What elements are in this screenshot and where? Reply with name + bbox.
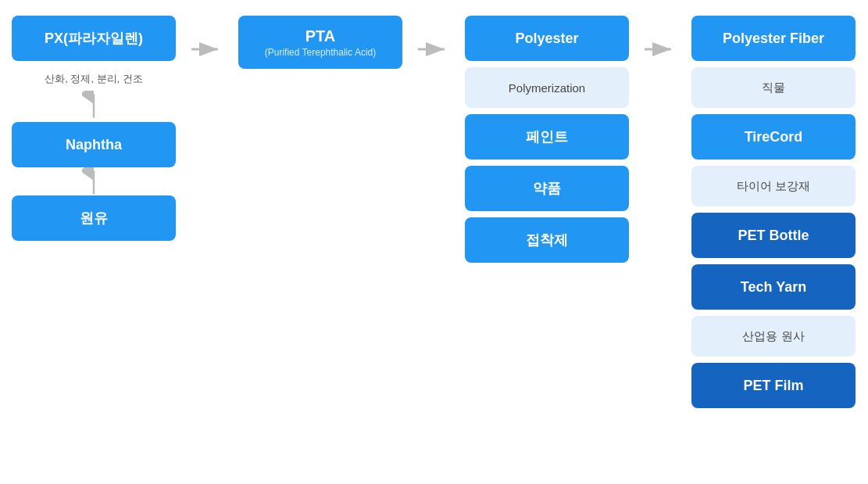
adhesive-label: 접착제 (526, 231, 568, 249)
polymerization-label: Polymerization (509, 81, 585, 95)
column-3: Polyester Polymerization 페인트 약품 접착제 (461, 16, 633, 263)
tirecord-label: TireCord (745, 129, 803, 145)
up-arrow-2 (82, 167, 105, 195)
pta-sub-label: (Purified Terephthalic Acid) (265, 47, 377, 58)
arrow-col2-col3 (406, 16, 461, 72)
tire-reinforce-box: 타이어 보강재 (691, 166, 855, 206)
px-label: PX(파라자일렌) (45, 29, 143, 48)
pet-film-box: PET Film (691, 363, 855, 408)
up-arrow-1 (82, 91, 105, 119)
polyester-box: Polyester (465, 16, 629, 61)
tech-yarn-label: Tech Yarn (741, 279, 806, 296)
column-2: PTA (Purified Terephthalic Acid) (234, 16, 406, 69)
fabric-label: 직물 (762, 81, 785, 95)
naphtha-box: Naphtha (12, 122, 176, 167)
tire-reinforce-label: 타이어 보강재 (737, 179, 810, 194)
diagram: PX(파라자일렌) 산화, 정제, 분리, 건조 Naphtha (0, 0, 868, 424)
polymerization-box: Polymerization (465, 67, 629, 108)
paint-box: 페인트 (465, 114, 629, 160)
industrial-yarn-box: 산업용 원사 (691, 316, 855, 357)
paint-label: 페인트 (526, 127, 568, 146)
arrow-col1-col2 (180, 16, 234, 72)
adhesive-box: 접착제 (465, 217, 629, 263)
industrial-yarn-label: 산업용 원사 (742, 329, 804, 344)
medicine-label: 약품 (533, 179, 561, 198)
pta-label: PTA (305, 27, 336, 45)
crude-oil-box: 원유 (12, 195, 176, 241)
tech-yarn-box: Tech Yarn (691, 264, 855, 310)
pet-bottle-label: PET Bottle (738, 228, 809, 244)
polyester-fiber-box: Polyester Fiber (691, 16, 855, 61)
pet-film-label: PET Film (743, 378, 803, 394)
pet-bottle-box: PET Bottle (691, 213, 855, 258)
crude-oil-label: 원유 (80, 209, 108, 228)
arrow-label: 산화, 정제, 분리, 건조 (45, 72, 143, 86)
tirecord-box: TireCord (691, 114, 855, 160)
pta-box: PTA (Purified Terephthalic Acid) (238, 16, 402, 69)
naphtha-label: Naphtha (66, 137, 122, 153)
fabric-box: 직물 (691, 67, 855, 108)
px-box: PX(파라자일렌) (12, 16, 176, 61)
polyester-label: Polyester (515, 30, 578, 47)
column-4: Polyester Fiber 직물 TireCord 타이어 보강재 PET … (688, 16, 859, 408)
polyester-fiber-label: Polyester Fiber (723, 30, 824, 47)
column-1: PX(파라자일렌) 산화, 정제, 분리, 건조 Naphtha (8, 16, 180, 241)
medicine-box: 약품 (465, 166, 629, 211)
arrow-col3-col4 (633, 16, 688, 72)
